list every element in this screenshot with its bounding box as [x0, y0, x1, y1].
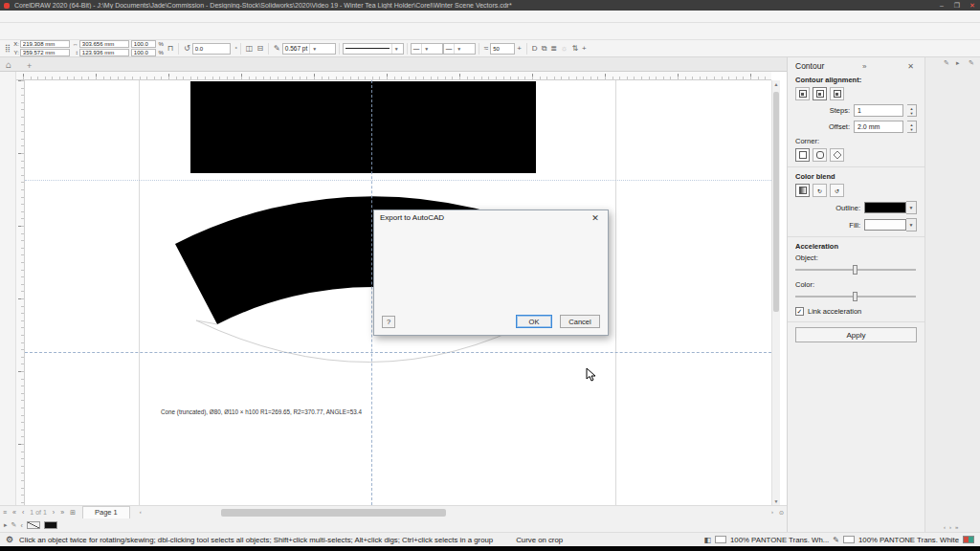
outside-contour-button[interactable]	[830, 87, 844, 100]
palette-expand-icon[interactable]: »	[955, 524, 958, 530]
close-button[interactable]: ✕	[965, 0, 980, 11]
toolbox	[0, 72, 16, 518]
home-icon[interactable]: ⌂	[0, 59, 19, 71]
next-page-icon[interactable]: ›	[50, 509, 57, 516]
page-flyout-icon[interactable]: ≡	[0, 509, 10, 516]
wrap-text-icon[interactable]: ⧉	[542, 44, 547, 54]
y-label: Y:	[12, 50, 19, 55]
page-tab[interactable]: Page 1	[82, 506, 130, 518]
clockwise-blend-button[interactable]: ↻	[813, 184, 827, 197]
horizontal-scrollbar[interactable]: ‹ › ⊙	[140, 508, 785, 518]
vertical-ruler[interactable]	[16, 80, 25, 505]
palette-scroll-right-icon[interactable]: ›	[949, 524, 951, 530]
inside-contour-button[interactable]	[813, 87, 827, 100]
contour-docker: Contour » ✕ Contour alignment: Steps: ▲▼…	[787, 57, 924, 532]
steps-spinner[interactable]: ▲▼	[907, 104, 917, 117]
scroll-zoom-icon[interactable]: ⊙	[779, 509, 784, 516]
line-style-select[interactable]: ▼	[343, 43, 404, 55]
convert-to-curves-icon[interactable]: D	[532, 44, 538, 53]
steps-input[interactable]	[854, 104, 903, 117]
bevel-corner-button[interactable]	[830, 148, 844, 162]
corner-label: Corner:	[795, 137, 917, 145]
palette-edit-icon[interactable]: ✎	[969, 59, 974, 67]
mouse-cursor	[586, 367, 599, 383]
horizontal-guideline[interactable]	[25, 352, 771, 353]
round-corner-button[interactable]	[813, 148, 827, 162]
vertical-guideline[interactable]	[371, 80, 372, 505]
scroll-up-icon[interactable]: ▲	[772, 81, 780, 87]
vertical-scrollbar[interactable]: ▲ ▼	[771, 80, 780, 505]
counterclockwise-blend-button[interactable]: ↺	[830, 184, 844, 197]
object-width-input[interactable]	[79, 40, 129, 48]
start-arrowhead-select[interactable]: —▼	[411, 43, 443, 55]
docker-close-icon[interactable]: ✕	[904, 62, 917, 71]
help-button[interactable]: ?	[382, 316, 395, 328]
y-position-input[interactable]	[20, 49, 70, 56]
horizontal-guideline[interactable]	[25, 180, 771, 181]
status-options-gear-icon[interactable]: ⚙	[6, 535, 13, 544]
arrange-icon[interactable]: ⇅	[571, 44, 578, 53]
miter-corner-button[interactable]	[795, 148, 810, 162]
increase-icon[interactable]: +	[517, 44, 522, 53]
winter-banner-artwork[interactable]	[190, 81, 536, 173]
to-center-button[interactable]	[795, 87, 810, 100]
color-proof-icon[interactable]	[963, 536, 974, 543]
link-acceleration-checkbox[interactable]: ✓	[795, 307, 804, 316]
rotation-angle-input[interactable]	[192, 43, 231, 55]
lock-ratio-icon[interactable]: ⊓	[167, 44, 173, 53]
app-logo-icon	[4, 3, 10, 9]
palette-scroll-left-icon[interactable]: ‹	[944, 524, 946, 530]
horizontal-scroll-thumb[interactable]	[221, 509, 446, 517]
first-page-icon[interactable]: «	[10, 509, 19, 516]
add-property-icon[interactable]: +	[582, 44, 587, 53]
ok-button[interactable]: OK	[516, 315, 552, 328]
linear-blend-button[interactable]	[795, 184, 810, 197]
collapse-icon[interactable]: ‹	[20, 522, 22, 529]
color-acceleration-slider[interactable]	[795, 291, 916, 302]
flyout-arrow-icon[interactable]: ▸	[4, 521, 8, 529]
mirror-horizontal-icon[interactable]: ◫	[246, 44, 254, 53]
vertical-scroll-thumb[interactable]	[773, 92, 779, 312]
offset-input[interactable]	[854, 121, 903, 133]
text-align-icon[interactable]: ≣	[550, 44, 557, 53]
scale-x-input[interactable]	[131, 40, 156, 48]
x-position-input[interactable]	[20, 40, 70, 48]
outline-color-select[interactable]: ▼	[864, 201, 917, 214]
minimize-button[interactable]: –	[934, 0, 949, 11]
scroll-right-icon[interactable]: ›	[771, 509, 773, 515]
cancel-button[interactable]: Cancel	[560, 315, 600, 328]
corner-smoothness-input[interactable]	[490, 43, 515, 55]
object-height-input[interactable]	[79, 49, 129, 56]
object-acceleration-slider[interactable]	[795, 264, 916, 276]
apply-button[interactable]: Apply	[795, 327, 917, 342]
eyedropper-icon[interactable]: ✎	[11, 521, 17, 529]
document-tab-bar: ⌂ +	[0, 57, 787, 72]
fill-status-icon: ◧	[703, 536, 711, 544]
outline-color-indicator[interactable]	[27, 521, 40, 529]
scroll-down-icon[interactable]: ▼	[772, 498, 780, 504]
new-tab-button[interactable]: +	[19, 61, 39, 71]
effects-icon: ☼	[561, 44, 568, 53]
horizontal-ruler[interactable]	[16, 72, 771, 80]
link-acceleration-label: Link acceleration	[808, 307, 861, 316]
line-style-preview	[345, 48, 390, 49]
scale-y-input[interactable]	[131, 49, 156, 56]
fill-color-select[interactable]: ▼	[864, 218, 917, 231]
docker-tab-strip	[924, 57, 942, 532]
fill-color-indicator[interactable]	[44, 521, 57, 529]
last-page-icon[interactable]: »	[57, 509, 67, 516]
dialog-close-icon[interactable]: ✕	[589, 213, 602, 223]
palette-flyout-icon[interactable]: ▸	[956, 59, 960, 67]
acceleration-label: Acceleration	[795, 242, 917, 251]
outline-color-label: Outline:	[835, 204, 860, 212]
mirror-vertical-icon[interactable]: ⊟	[256, 44, 263, 53]
add-page-icon[interactable]: ⊞	[67, 509, 78, 517]
restore-button[interactable]: ❐	[949, 0, 965, 11]
palette-edit-icon[interactable]: ✎	[944, 59, 949, 67]
docker-float-icon[interactable]: »	[859, 62, 869, 71]
offset-spinner[interactable]: ▲▼	[907, 121, 917, 133]
end-arrowhead-select[interactable]: —▼	[443, 43, 476, 55]
outline-width-select[interactable]: 0.567 pt▼	[282, 43, 336, 55]
scroll-left-icon[interactable]: ‹	[140, 509, 142, 515]
previous-page-icon[interactable]: ‹	[19, 509, 27, 516]
